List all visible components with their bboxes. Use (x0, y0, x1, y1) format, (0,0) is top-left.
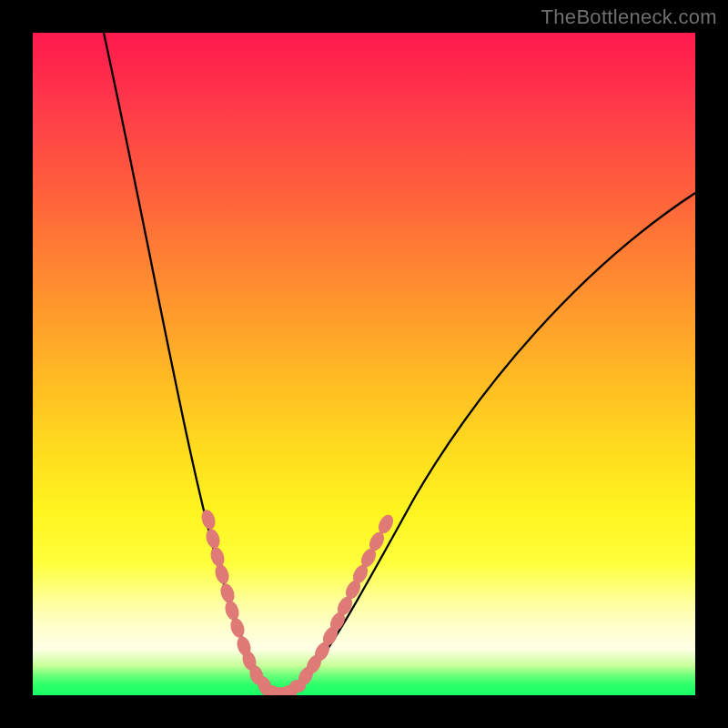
bead-marker (228, 616, 247, 639)
bead-group (199, 508, 396, 695)
bead-marker (289, 680, 306, 693)
bead-marker (213, 562, 231, 585)
bead-marker (204, 527, 222, 550)
plot-area (33, 33, 695, 695)
bead-marker (218, 581, 237, 604)
bead-marker (223, 599, 241, 622)
bead-marker (208, 545, 227, 568)
bead-marker (199, 508, 217, 531)
outer-frame: TheBottleneck.com (0, 0, 728, 728)
watermark-text: TheBottleneck.com (541, 5, 717, 29)
chart-svg (33, 33, 695, 695)
left-curve (104, 33, 278, 694)
